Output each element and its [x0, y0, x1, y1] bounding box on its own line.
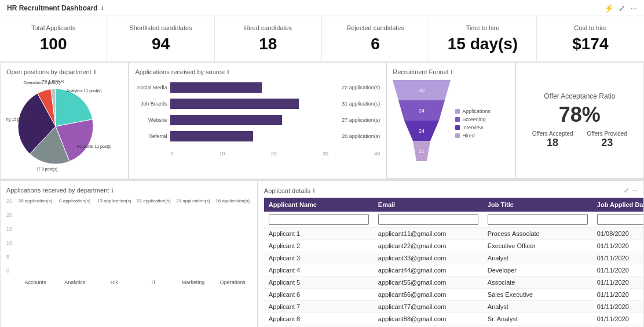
filter-job[interactable]	[488, 214, 588, 225]
filter-date[interactable]	[597, 214, 644, 225]
cell-email: applicant44@gmail.com	[374, 264, 483, 277]
vbar-count: 20 application(s)	[19, 198, 53, 204]
cell-email: applicant11@gmail.com	[374, 228, 483, 240]
applicant-table: Applicant NameEmailJob TitleJob Applied …	[264, 198, 644, 327]
dept-bar-panel: Applications received by department ℹ 05…	[0, 180, 258, 327]
dashboard-title: HR Recruitment Dashboard	[7, 4, 98, 12]
cell-name: Applicant 2	[264, 240, 374, 252]
offers-provided-val: 23	[587, 137, 627, 149]
table-row: Applicant 3 applicant33@gmail.com Analys…	[264, 252, 644, 264]
dept-pie-chart: Analytics 11 post(s)Accounts 11 post(s)I…	[6, 80, 122, 173]
hbar-label: Job Boards	[135, 101, 167, 107]
cell-email: applicant66@gmail.com	[374, 289, 483, 301]
cell-job: Process Associate	[483, 228, 592, 240]
expand-icon[interactable]: ⤢	[619, 3, 625, 13]
table-header-3: Job Applied Date	[592, 198, 644, 212]
table-expand-icon[interactable]: ⤢	[624, 187, 629, 194]
cell-job: Associate	[483, 277, 592, 289]
cell-email: applicant33@gmail.com	[374, 252, 483, 264]
cell-name: Applicant 1	[264, 228, 374, 240]
hbar-val: 20 application(s)	[342, 133, 380, 139]
table-row: Applicant 5 applicant55@gmail.com Associ…	[264, 277, 644, 289]
source-chart-panel: Applications received by source ℹ Social…	[129, 62, 386, 179]
source-chart-title: Applications received by source	[135, 68, 225, 75]
cell-job: Analyst	[483, 301, 592, 313]
table-row: Applicant 7 applicant77@gmail.com Analys…	[264, 301, 644, 313]
cell-date: 01/11/2020	[592, 301, 644, 313]
dept-vbar-wrap: 051015202520 application(s)Accounts8 app…	[6, 198, 251, 285]
svg-text:Analytics 11 post(s): Analytics 11 post(s)	[67, 89, 102, 93]
more-icon[interactable]: ···	[630, 3, 637, 13]
cell-job: Executive Officer	[483, 240, 592, 252]
table-row: Applicant 6 applicant66@gmail.com Sales …	[264, 289, 644, 301]
table-row: Applicant 4 applicant44@gmail.com Develo…	[264, 264, 644, 277]
kpi-row: Total Applicants 100 Shortlisted candida…	[0, 16, 644, 62]
vbar-y-tick: 25	[6, 198, 12, 204]
table-header-1: Email	[374, 198, 483, 212]
funnel-content: 30242421 ApplicationsScreeningInterviewH…	[393, 80, 508, 161]
offer-ratio: 78%	[559, 103, 601, 127]
filter-name[interactable]	[269, 214, 369, 225]
hbar-val: 22 application(s)	[342, 85, 380, 90]
vbar-label: IT	[151, 279, 156, 285]
applicant-table-title: Applicant details	[264, 187, 310, 194]
hbar-row: Referral 20 application(s)	[135, 131, 380, 141]
kpi-label-5: Cost to hire	[546, 24, 635, 31]
vbar-count: 8 application(s)	[59, 198, 90, 204]
hbar-bar-wrap	[170, 131, 336, 141]
kpi-value-3: 6	[331, 35, 419, 53]
legend-dot	[455, 125, 460, 130]
kpi-label-3: Rejected candidates	[331, 24, 419, 31]
table-header-row: Applicant NameEmailJob TitleJob Applied …	[264, 198, 644, 212]
funnel-offer-row: Recruitment Funnel ℹ 30242421 Applicatio…	[386, 62, 644, 179]
offers-accepted-val: 18	[532, 137, 573, 149]
hbar-bar-wrap	[170, 82, 336, 93]
kpi-label-0: Total Applicants	[9, 24, 97, 31]
cell-job: Manager	[483, 325, 592, 328]
funnel-legend-item: Hired	[455, 133, 491, 139]
cell-name: Applicant 9	[264, 325, 374, 328]
filter-row	[264, 212, 644, 228]
cell-date: 01/11/2020	[592, 240, 644, 252]
cell-date: 01/11/2020	[592, 252, 644, 264]
hbar-bar	[170, 131, 253, 141]
vbar-label: HR	[111, 279, 118, 285]
hbar-bar-wrap	[170, 115, 336, 125]
filter-email[interactable]	[378, 214, 478, 225]
cell-job: Analyst	[483, 252, 592, 264]
offer-row: Offers Accepted 18 Offers Provided 23	[532, 130, 627, 149]
legend-dot	[455, 109, 460, 114]
dept-bar-info: ℹ	[111, 187, 114, 194]
kpi-card-5: Cost to hire $174	[537, 16, 644, 61]
kpi-label-2: Hired candidates	[224, 24, 312, 31]
kpi-card-1: Shortlisted candidates 94	[107, 16, 214, 61]
vbar-col: 22 application(s)IT	[135, 198, 172, 285]
cell-name: Applicant 5	[264, 277, 374, 289]
cell-email: applicant55@gmail.com	[374, 277, 483, 289]
offers-accepted-label: Offers Accepted	[532, 130, 573, 137]
table-more-icon[interactable]: ···	[632, 187, 638, 194]
vbar-col: 21 application(s)Marketing	[175, 198, 212, 285]
vbar-y-tick: 5	[6, 254, 12, 260]
dept-pie-title: Open positions by department	[6, 68, 92, 75]
hbar-row: Website 27 application(s)	[135, 115, 380, 125]
hbar-row: Social Media 22 application(s)	[135, 82, 380, 93]
svg-text:Marketing 15 post(s): Marketing 15 post(s)	[6, 117, 30, 122]
table-row: Applicant 9 applicant99@gmail.com Manage…	[264, 325, 644, 328]
cell-date: 01/08/2020	[592, 228, 644, 240]
cell-date: 01/11/2020	[592, 264, 644, 277]
cell-name: Applicant 7	[264, 301, 374, 313]
applicant-info: ℹ	[313, 187, 315, 194]
kpi-card-0: Total Applicants 100	[0, 16, 107, 61]
legend-dot	[455, 117, 460, 122]
refresh-icon[interactable]: ⚡	[604, 3, 614, 13]
svg-text:IT 9 post(s): IT 9 post(s)	[37, 167, 57, 172]
kpi-card-3: Rejected candidates 6	[322, 16, 429, 61]
vbar-y-tick: 15	[6, 226, 12, 232]
svg-text:21: 21	[419, 148, 425, 154]
vbar-count: 16 application(s)	[215, 198, 250, 204]
funnel-legend: ApplicationsScreeningInterviewHired	[455, 108, 491, 139]
vbar-col: 13 application(s)HR	[96, 198, 133, 285]
dept-pie-info: ℹ	[94, 69, 96, 75]
kpi-value-5: $174	[546, 35, 635, 53]
